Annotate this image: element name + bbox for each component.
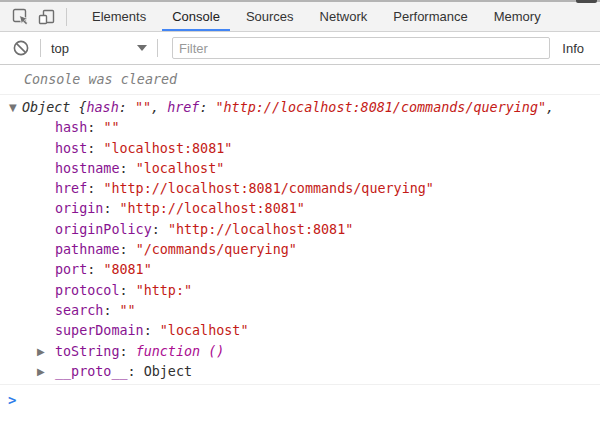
property-value: "http://localhost:8081" <box>168 222 353 237</box>
tab-elements[interactable]: Elements <box>82 2 156 31</box>
object-property-row[interactable]: ▶__proto__: Object <box>0 362 600 382</box>
devtools-tab-bar: ElementsConsoleSourcesNetworkPerformance… <box>0 0 600 32</box>
property-name: protocol <box>55 283 120 298</box>
scrollbar-remnant <box>576 0 597 3</box>
property-colon: : <box>120 344 136 359</box>
console-cleared-message: Console was cleared <box>0 65 600 95</box>
property-name: port <box>55 262 87 277</box>
property-name: superDomain <box>55 323 144 338</box>
property-name: __proto__ <box>55 364 128 379</box>
object-preview-text: Object {hash: "", href: "http://localhos… <box>22 100 554 115</box>
property-value: "http://localhost:8081" <box>120 201 305 216</box>
object-property-row[interactable]: ▶toString: function () <box>0 342 600 362</box>
property-colon: : <box>120 283 136 298</box>
object-property-row: port: "8081" <box>0 260 600 280</box>
console-output: Console was cleared ▼Object {hash: "", h… <box>0 65 600 408</box>
property-value: "http://localhost:8081/commands/querying… <box>103 181 434 196</box>
toolbar-separator <box>157 39 158 57</box>
property-colon: : <box>87 120 103 135</box>
inspect-element-button[interactable] <box>8 5 34 29</box>
console-input-row[interactable]: > <box>0 385 600 408</box>
property-value: "http:" <box>136 283 192 298</box>
property-name: hash <box>55 120 87 135</box>
log-level-filter[interactable]: Info <box>562 41 584 56</box>
property-name: search <box>55 303 103 318</box>
preview-segment-string: "" <box>135 100 151 115</box>
tab-console[interactable]: Console <box>162 2 230 31</box>
property-colon: : <box>144 323 160 338</box>
object-property-row: origin: "http://localhost:8081" <box>0 199 600 219</box>
object-property-list: hash: ""host: "localhost:8081"hostname: … <box>0 118 600 382</box>
property-colon: : <box>103 303 119 318</box>
clear-console-button[interactable] <box>8 36 34 60</box>
console-toolbar: top Info <box>0 32 600 65</box>
property-colon: : <box>87 141 103 156</box>
preview-segment-plain: , <box>546 100 554 115</box>
expand-triangle-icon[interactable]: ▶ <box>37 362 45 382</box>
property-value: "" <box>120 303 136 318</box>
preview-segment-plain: , <box>151 100 167 115</box>
property-value: "localhost" <box>136 161 225 176</box>
object-property-row: pathname: "/commands/querying" <box>0 240 600 260</box>
object-property-row: href: "http://localhost:8081/commands/qu… <box>0 179 600 199</box>
property-colon: : <box>87 181 103 196</box>
property-value: function () <box>136 344 225 359</box>
toggle-device-toolbar-button[interactable] <box>34 5 60 29</box>
property-value: "localhost:8081" <box>103 141 232 156</box>
preview-segment-name: hash <box>87 100 119 115</box>
console-prompt-icon: > <box>8 392 16 408</box>
toolbar-separator <box>40 39 41 57</box>
property-colon: : <box>120 242 136 257</box>
object-preview-line[interactable]: ▼Object {hash: "", href: "http://localho… <box>0 98 600 118</box>
property-name: toString <box>55 344 120 359</box>
property-name: origin <box>55 201 103 216</box>
device-toolbar-icon <box>38 8 56 26</box>
object-property-row: originPolicy: "http://localhost:8081" <box>0 220 600 240</box>
property-name: hostname <box>55 161 120 176</box>
preview-segment-string: "http://localhost:8081/commands/querying… <box>216 100 547 115</box>
object-property-row: hash: "" <box>0 118 600 138</box>
tab-strip: ElementsConsoleSourcesNetworkPerformance… <box>79 2 554 31</box>
property-value: Object <box>144 364 192 379</box>
property-name: originPolicy <box>55 222 152 237</box>
property-value: "8081" <box>103 262 151 277</box>
tab-performance[interactable]: Performance <box>383 2 477 31</box>
expand-triangle-icon[interactable]: ▶ <box>37 342 45 362</box>
property-value: "" <box>103 120 119 135</box>
tab-sources[interactable]: Sources <box>236 2 304 31</box>
property-name: host <box>55 141 87 156</box>
property-value: "localhost" <box>160 323 249 338</box>
clear-console-icon <box>12 39 30 57</box>
property-name: href <box>55 181 87 196</box>
console-filter-input[interactable] <box>172 37 550 59</box>
devtools-window: ElementsConsoleSourcesNetworkPerformance… <box>0 0 600 423</box>
inspect-cursor-icon <box>12 8 30 26</box>
toolbar-separator <box>66 8 67 26</box>
execution-context-selector[interactable]: top <box>47 41 151 56</box>
object-property-row: search: "" <box>0 301 600 321</box>
property-colon: : <box>152 222 168 237</box>
console-log-entry: ▼Object {hash: "", href: "http://localho… <box>0 95 600 385</box>
tab-memory[interactable]: Memory <box>484 2 551 31</box>
execution-context-label: top <box>51 41 69 56</box>
object-property-row: hostname: "localhost" <box>0 159 600 179</box>
object-property-row: protocol: "http:" <box>0 281 600 301</box>
object-property-row: superDomain: "localhost" <box>0 321 600 341</box>
tab-network[interactable]: Network <box>310 2 378 31</box>
preview-segment-plain: : <box>199 100 215 115</box>
chevron-down-icon <box>137 45 147 51</box>
preview-segment-name: href <box>167 100 199 115</box>
property-name: pathname <box>55 242 120 257</box>
property-colon: : <box>128 364 144 379</box>
property-colon: : <box>87 262 103 277</box>
property-colon: : <box>120 161 136 176</box>
property-colon: : <box>103 201 119 216</box>
property-value: "/commands/querying" <box>136 242 297 257</box>
object-property-row: host: "localhost:8081" <box>0 139 600 159</box>
expand-triangle-icon[interactable]: ▼ <box>9 98 17 118</box>
tab-bar-icons <box>0 2 73 31</box>
preview-segment-plain: Object { <box>22 100 87 115</box>
preview-segment-plain: : <box>119 100 135 115</box>
